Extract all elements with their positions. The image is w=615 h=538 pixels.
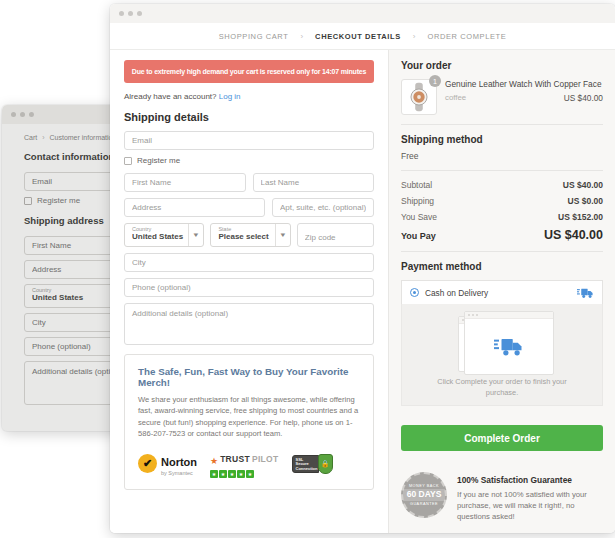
subtotal-value: US $40.00 — [563, 180, 603, 190]
star-icon — [237, 470, 245, 478]
you-pay-row: You Pay US $40.00 — [401, 228, 603, 242]
last-name-field[interactable] — [253, 173, 375, 192]
address-field[interactable] — [124, 198, 265, 217]
window-dot-icon — [20, 112, 25, 117]
truck-icon — [494, 336, 524, 357]
checkout-steps: SHOPPING CART › CHECKOUT DETAILS › ORDER… — [110, 23, 615, 50]
guarantee-body: If you are not 100% satisfied with your … — [457, 489, 603, 522]
zip-code-field[interactable] — [297, 223, 374, 247]
norton-subtitle: by Symantec — [161, 470, 197, 476]
you-save-label: You Save — [401, 212, 437, 222]
radio-selected-icon[interactable] — [410, 288, 419, 297]
norton-check-icon — [138, 454, 157, 473]
ssl-shield-lock-icon — [318, 454, 333, 474]
product-image: 1 — [401, 79, 437, 115]
window-dot-icon — [11, 112, 16, 117]
state-select-value: Please select — [218, 232, 274, 241]
window-dot-icon — [119, 11, 124, 16]
money-back-60-days-badge-icon: MONEY BACK 60 DAYS GUARANTEE — [401, 472, 447, 518]
guarantee-title: 100% Satisfaction Guarantee — [457, 475, 603, 485]
trustpilot-badge: TRUSTPILOT — [210, 450, 278, 478]
divider — [401, 170, 603, 171]
subtotal-row: Subtotal US $40.00 — [401, 180, 603, 190]
badge-arc-bottom: GUARANTEE — [410, 502, 438, 506]
your-order-heading: Your order — [401, 60, 603, 71]
shipping-method-heading: Shipping method — [401, 134, 603, 145]
chevron-right-icon: › — [300, 32, 303, 41]
trustpilot-pilot-text: PILOT — [252, 454, 279, 464]
promo-body: We share your enthusiasm for all things … — [138, 394, 360, 440]
login-link[interactable]: Log in — [219, 92, 241, 101]
register-me-label: Register me — [37, 196, 80, 205]
register-me-checkbox[interactable] — [24, 197, 32, 205]
chevron-right-icon: › — [42, 134, 44, 141]
complete-order-button[interactable]: Complete Order — [401, 425, 603, 451]
apt-suite-field[interactable] — [272, 198, 374, 217]
state-select[interactable]: State Please select — [210, 223, 290, 247]
phone-field[interactable] — [124, 278, 374, 297]
badge-arc-top: MONEY BACK — [409, 484, 439, 488]
email-field[interactable] — [124, 131, 374, 150]
urgency-banner: Due to extremely high demand your cart i… — [124, 60, 374, 83]
shipping-details-heading: Shipping details — [124, 111, 374, 123]
trust-promo-box: The Safe, Fun, Fast Way to Buy Your Favo… — [124, 354, 374, 490]
first-name-field[interactable] — [124, 173, 246, 192]
you-pay-value: US $40.00 — [544, 228, 603, 242]
guarantee-money-back: MONEY BACK 60 DAYS GUARANTEE 100% Satisf… — [401, 472, 603, 522]
star-icon — [246, 470, 254, 478]
chevron-right-icon: › — [413, 32, 416, 41]
norton-name: Norton — [161, 456, 197, 468]
trustpilot-trust-text: TRUST — [220, 454, 250, 464]
shipping-value: US $0.00 — [568, 196, 603, 206]
caret-down-icon — [275, 224, 290, 246]
window-dot-icon — [128, 11, 133, 16]
breadcrumb-cart[interactable]: Cart — [24, 134, 37, 141]
divider — [401, 124, 603, 125]
register-me-label: Register me — [137, 156, 180, 165]
subtotal-label: Subtotal — [401, 180, 432, 190]
payment-option-cash-on-delivery[interactable]: Cash on Delivery — [401, 280, 603, 304]
badge-main-text: 60 DAYS — [403, 489, 445, 500]
quantity-badge: 1 — [429, 75, 441, 87]
star-icon — [210, 470, 218, 478]
trustpilot-star-icon — [210, 450, 218, 468]
payment-option-label: Cash on Delivery — [425, 288, 577, 298]
additional-details-field[interactable] — [124, 303, 374, 345]
shipping-method-value: Free — [401, 151, 603, 161]
ssl-line3: Connection — [296, 467, 318, 472]
breadcrumb-customer-info[interactable]: Customer information — [49, 134, 116, 141]
you-save-value: US $152.00 — [558, 212, 603, 222]
checkout-window: SHOPPING CART › CHECKOUT DETAILS › ORDER… — [110, 4, 615, 533]
account-prompt: Already have an account? — [124, 92, 217, 101]
promo-title: The Safe, Fun, Fast Way to Buy Your Favo… — [138, 366, 360, 388]
country-select[interactable]: Country United States — [124, 223, 204, 247]
payment-hint: Click Complete your order to finish your… — [422, 377, 582, 398]
divider — [401, 251, 603, 252]
order-item-row: 1 Genuine Leather Watch With Copper Face… — [401, 79, 603, 115]
product-name: Genuine Leather Watch With Copper Face — [445, 79, 603, 89]
browser-card-front — [464, 311, 554, 375]
you-save-row: You Save US $152.00 — [401, 212, 603, 222]
payment-illustration: Click Complete your order to finish your… — [401, 304, 603, 406]
star-icon — [219, 470, 227, 478]
city-field[interactable] — [124, 253, 374, 272]
caret-down-icon — [188, 224, 203, 246]
shipping-row: Shipping US $0.00 — [401, 196, 603, 206]
window-titlebar — [110, 4, 615, 23]
step-checkout-details: CHECKOUT DETAILS — [315, 32, 401, 41]
shipping-label: Shipping — [401, 196, 434, 206]
step-shopping-cart[interactable]: SHOPPING CART — [219, 32, 289, 41]
step-order-complete: ORDER COMPLETE — [428, 32, 507, 41]
window-dot-icon — [29, 112, 34, 117]
norton-badge: Norton by Symantec — [138, 452, 197, 476]
country-select-value: United States — [132, 232, 188, 241]
truck-icon — [577, 287, 594, 299]
ssl-secure-badge: SSL Secure Connection — [292, 454, 333, 474]
star-icon — [228, 470, 236, 478]
register-me-checkbox[interactable] — [124, 157, 132, 165]
trustpilot-five-stars — [210, 470, 278, 478]
window-dot-icon — [137, 11, 142, 16]
you-pay-label: You Pay — [401, 231, 436, 241]
product-price: US $40.00 — [564, 93, 603, 103]
product-variant: coffee — [445, 93, 466, 103]
